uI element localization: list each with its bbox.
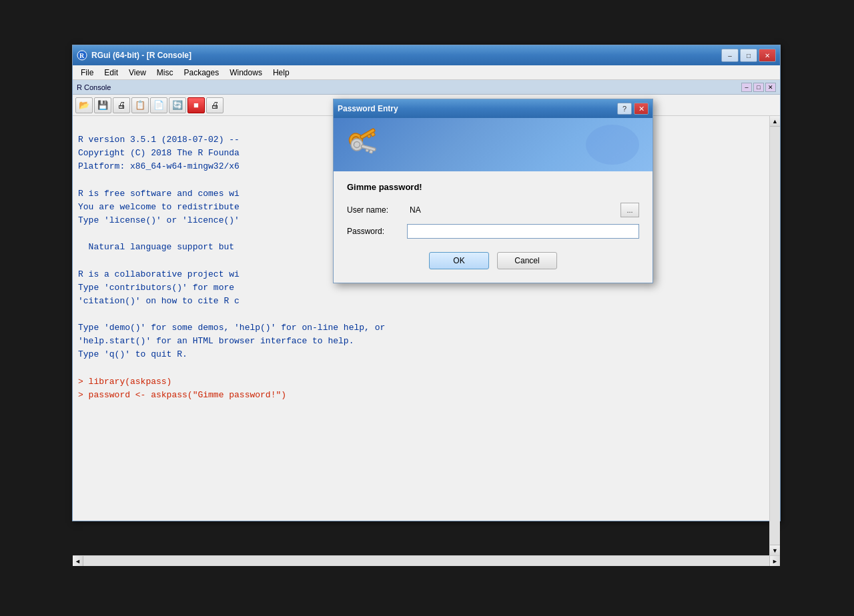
dialog-buttons: OK Cancel (347, 252, 639, 272)
svg-rect-11 (366, 149, 369, 151)
scroll-left-arrow[interactable]: ◄ (73, 556, 83, 566)
dialog-help-button[interactable]: ? (617, 103, 632, 115)
dialog-title-text: Password Entry (338, 104, 398, 113)
svg-rect-10 (369, 149, 373, 153)
main-window: R RGui (64-bit) - [R Console] – □ ✕ File… (72, 45, 781, 521)
dialog-banner (334, 118, 653, 171)
scroll-right-arrow[interactable]: ► (769, 556, 780, 566)
username-field: User name: NA ... (347, 203, 639, 217)
ok-button[interactable]: OK (429, 252, 489, 269)
dialog-title-bar: Password Entry ? ✕ (334, 99, 653, 118)
scroll-h-track[interactable] (83, 556, 769, 566)
password-dialog: Password Entry ? ✕ (333, 99, 653, 283)
key-icon (344, 121, 384, 169)
dialog-close-button[interactable]: ✕ (634, 103, 649, 115)
dialog-body: Gimme password! User name: NA ... Passwo… (334, 171, 653, 283)
username-browse-button[interactable]: ... (620, 203, 639, 217)
password-field: Password: (347, 224, 639, 239)
dialog-overlay: Password Entry ? ✕ (73, 45, 780, 521)
dialog-title-buttons: ? ✕ (617, 103, 649, 115)
username-value: NA (410, 205, 618, 215)
password-input[interactable] (407, 224, 639, 239)
scroll-down-arrow[interactable]: ▼ (770, 545, 780, 555)
horizontal-scrollbar[interactable]: ◄ ► (73, 555, 780, 566)
cancel-button[interactable]: Cancel (497, 252, 557, 269)
password-label: Password: (347, 227, 407, 236)
dialog-prompt-text: Gimme password! (347, 182, 639, 192)
username-label: User name: (347, 205, 407, 215)
